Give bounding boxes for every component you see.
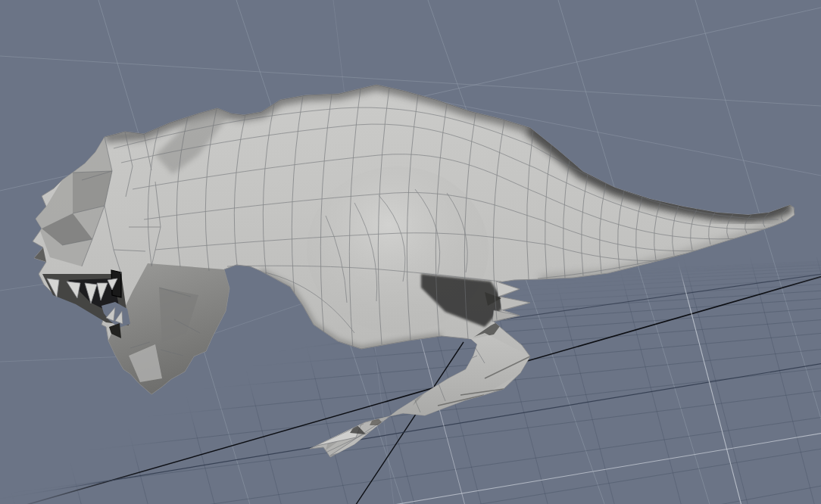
viewport-canvas[interactable] [0,0,821,504]
3d-viewport[interactable]: Low-poly theropod dinosaur (T-Rex) model… [0,0,821,504]
